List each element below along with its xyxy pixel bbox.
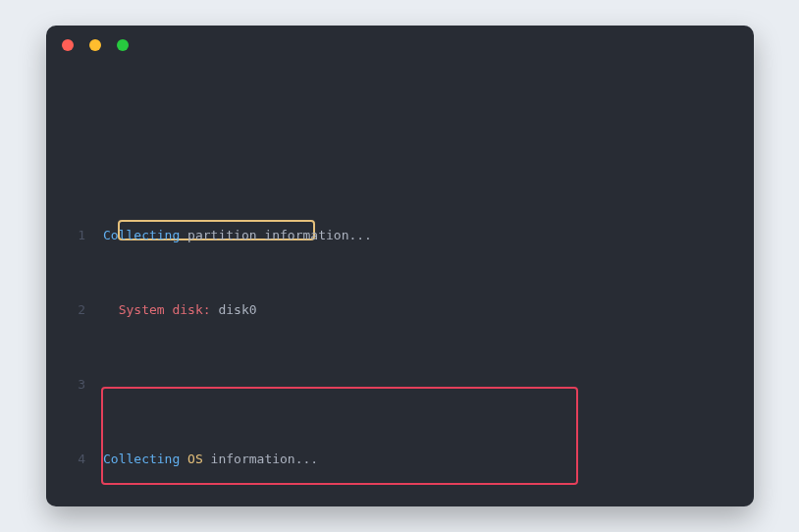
line-number: 3	[46, 375, 103, 394]
token: Collecting	[103, 228, 180, 242]
code-line: 1 Collecting partition information...	[46, 226, 754, 244]
zoom-icon[interactable]	[117, 39, 129, 51]
token: System disk:	[119, 302, 211, 317]
code-line: 2 System disk: disk0	[46, 300, 754, 319]
token: Collecting	[103, 452, 180, 466]
token: information...	[203, 452, 318, 466]
titlebar	[46, 26, 754, 69]
minimize-icon[interactable]	[89, 39, 101, 51]
highlight-choose-block	[101, 387, 578, 485]
line-number: 4	[46, 450, 103, 468]
close-icon[interactable]	[62, 39, 74, 51]
token: OS	[180, 452, 202, 466]
code-line: 3	[46, 375, 754, 394]
line-number: 1	[46, 226, 103, 244]
code-line: 4 Collecting OS information...	[46, 450, 754, 468]
token: disk0	[211, 302, 257, 317]
token	[103, 302, 119, 317]
token: partition information...	[180, 228, 372, 242]
code-area: 1 Collecting partition information... 2 …	[46, 69, 754, 506]
line-number: 2	[46, 300, 103, 319]
terminal-window: 1 Collecting partition information... 2 …	[46, 26, 754, 506]
